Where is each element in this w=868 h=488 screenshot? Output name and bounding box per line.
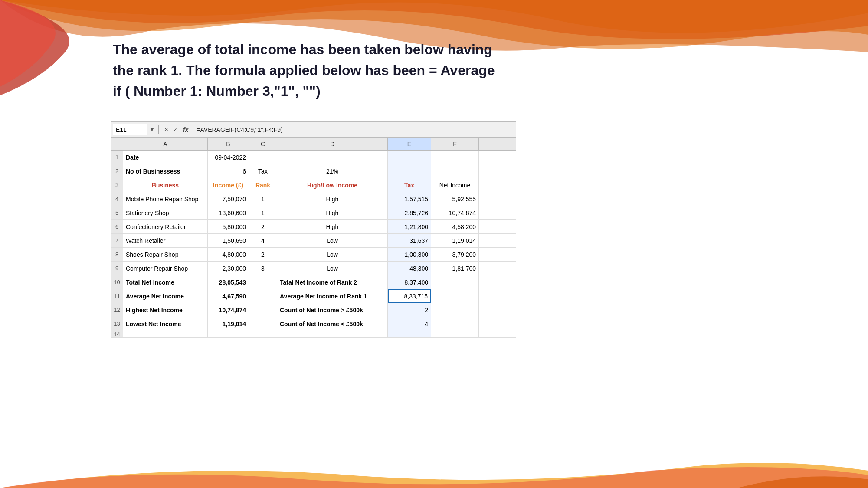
cell-c7[interactable]: 4 (249, 234, 277, 247)
cell-c9[interactable]: 3 (249, 262, 277, 275)
cell-a10[interactable]: Total Net Income (123, 275, 208, 289)
cell-d8[interactable]: Low (277, 248, 388, 261)
cell-e8[interactable]: 1,00,800 (388, 248, 431, 261)
cell-a1[interactable]: Date (123, 151, 208, 164)
cell-d12[interactable]: Count of Net Income > £500k (277, 303, 388, 317)
cell-a9[interactable]: Computer Repair Shop (123, 262, 208, 275)
cell-d10[interactable]: Tatal Net Income of Rank 2 (277, 275, 388, 289)
cell-d11[interactable]: Average Net Income of Rank 1 (277, 289, 388, 303)
cell-f7[interactable]: 1,19,014 (431, 234, 479, 247)
cell-b12[interactable]: 10,74,874 (208, 303, 249, 317)
cell-e7[interactable]: 31,637 (388, 234, 431, 247)
row-number: 1 (111, 151, 123, 164)
formula-bar: E11 ▼ ✕ ✓ fx =AVERAGEIF(C4:C9,"1",F4:F9) (111, 122, 516, 138)
cell-e12[interactable]: 2 (388, 303, 431, 317)
cell-f6[interactable]: 4,58,200 (431, 220, 479, 233)
cell-b13[interactable]: 1,19,014 (208, 317, 249, 331)
cell-b7[interactable]: 1,50,650 (208, 234, 249, 247)
cell-d5[interactable]: High (277, 206, 388, 219)
cell-c14[interactable] (249, 331, 277, 337)
cell-d3[interactable]: High/Low Income (277, 178, 388, 192)
cell-e11[interactable]: 8,33,715 (388, 289, 431, 303)
cell-f4[interactable]: 5,92,555 (431, 192, 479, 206)
col-header-f[interactable]: F (431, 138, 479, 150)
cell-b8[interactable]: 4,80,000 (208, 248, 249, 261)
cell-e10[interactable]: 8,37,400 (388, 275, 431, 289)
cell-c2[interactable]: Tax (249, 164, 277, 178)
cell-f12[interactable] (431, 303, 479, 317)
cell-f3[interactable]: Net Income (431, 178, 479, 192)
cell-c6[interactable]: 2 (249, 220, 277, 233)
cell-b14[interactable] (208, 331, 249, 337)
row-number: 11 (111, 289, 123, 303)
cell-d9[interactable]: Low (277, 262, 388, 275)
cell-b3[interactable]: Income (£) (208, 178, 249, 192)
cell-a12[interactable]: Highest Net Income (123, 303, 208, 317)
cell-a11[interactable]: Average Net Income (123, 289, 208, 303)
cell-f11[interactable] (431, 289, 479, 303)
cell-f14[interactable] (431, 331, 479, 337)
cell-f8[interactable]: 3,79,200 (431, 248, 479, 261)
cell-d14[interactable] (277, 331, 388, 337)
cell-e13[interactable]: 4 (388, 317, 431, 331)
cell-d4[interactable]: High (277, 192, 388, 206)
cell-c10[interactable] (249, 275, 277, 289)
cell-b2[interactable]: 6 (208, 164, 249, 178)
cell-b9[interactable]: 2,30,000 (208, 262, 249, 275)
cell-a6[interactable]: Confectionery Retailer (123, 220, 208, 233)
cell-f9[interactable]: 1,81,700 (431, 262, 479, 275)
row-num-col-header (111, 138, 123, 150)
cell-f1[interactable] (431, 151, 479, 164)
cell-e14[interactable] (388, 331, 431, 337)
cell-b6[interactable]: 5,80,000 (208, 220, 249, 233)
cell-reference[interactable]: E11 (113, 124, 147, 135)
formula-content[interactable]: =AVERAGEIF(C4:C9,"1",F4:F9) (197, 126, 514, 133)
cell-f13[interactable] (431, 317, 479, 331)
cell-c13[interactable] (249, 317, 277, 331)
cell-a2[interactable]: No of Businessess (123, 164, 208, 178)
col-header-a[interactable]: A (123, 138, 208, 150)
cancel-formula-icon[interactable]: ✕ (162, 126, 170, 133)
cell-a3[interactable]: Business (123, 178, 208, 192)
cell-d1[interactable] (277, 151, 388, 164)
cell-b4[interactable]: 7,50,070 (208, 192, 249, 206)
cell-c3[interactable]: Rank (249, 178, 277, 192)
cell-e3[interactable]: Tax (388, 178, 431, 192)
cell-c1[interactable] (249, 151, 277, 164)
cell-f5[interactable]: 10,74,874 (431, 206, 479, 219)
cell-b11[interactable]: 4,67,590 (208, 289, 249, 303)
cell-e6[interactable]: 1,21,800 (388, 220, 431, 233)
cell-d2[interactable]: 21% (277, 164, 388, 178)
cell-e1[interactable] (388, 151, 431, 164)
col-header-c[interactable]: C (249, 138, 277, 150)
table-row: 7 Watch Retailer 1,50,650 4 Low 31,637 1… (111, 234, 516, 248)
cell-d6[interactable]: High (277, 220, 388, 233)
cell-e4[interactable]: 1,57,515 (388, 192, 431, 206)
cell-e2[interactable] (388, 164, 431, 178)
cell-a5[interactable]: Stationery Shop (123, 206, 208, 219)
cell-c12[interactable] (249, 303, 277, 317)
cell-c4[interactable]: 1 (249, 192, 277, 206)
cell-b5[interactable]: 13,60,600 (208, 206, 249, 219)
cell-e9[interactable]: 48,300 (388, 262, 431, 275)
cell-a8[interactable]: Shoes Repair Shop (123, 248, 208, 261)
cell-a14[interactable] (123, 331, 208, 337)
col-header-b[interactable]: B (208, 138, 249, 150)
cell-c11[interactable] (249, 289, 277, 303)
cell-d13[interactable]: Count of Net Income < £500k (277, 317, 388, 331)
confirm-formula-icon[interactable]: ✓ (171, 126, 180, 133)
cell-ref-dropdown[interactable]: ▼ (149, 126, 155, 133)
cell-b1[interactable]: 09-04-2022 (208, 151, 249, 164)
col-header-d[interactable]: D (277, 138, 388, 150)
cell-c5[interactable]: 1 (249, 206, 277, 219)
cell-f10[interactable] (431, 275, 479, 289)
cell-a7[interactable]: Watch Retailer (123, 234, 208, 247)
cell-f2[interactable] (431, 164, 479, 178)
cell-e5[interactable]: 2,85,726 (388, 206, 431, 219)
cell-c8[interactable]: 2 (249, 248, 277, 261)
cell-a4[interactable]: Mobile Phone Repair Shop (123, 192, 208, 206)
cell-a13[interactable]: Lowest Net Income (123, 317, 208, 331)
col-header-e[interactable]: E (388, 138, 431, 150)
cell-b10[interactable]: 28,05,543 (208, 275, 249, 289)
cell-d7[interactable]: Low (277, 234, 388, 247)
